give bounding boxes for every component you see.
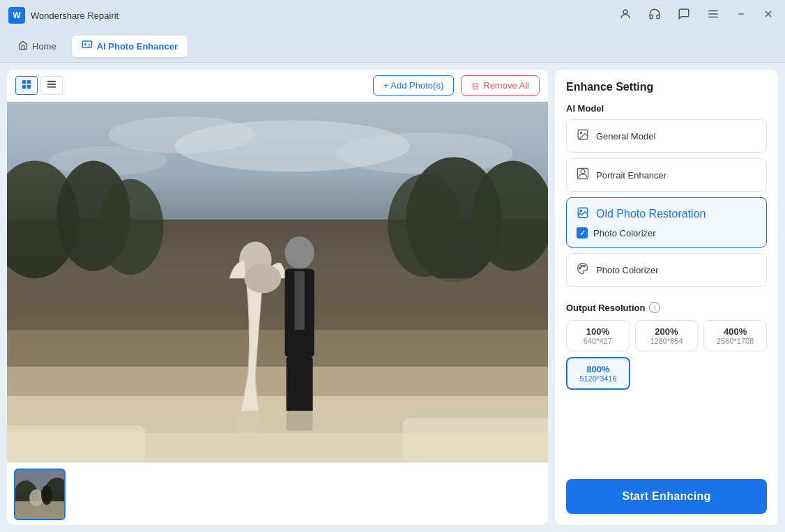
tab-home[interactable]: Home [8, 36, 66, 56]
tab-ai-enhancer-label: AI Photo Enhancer [97, 41, 178, 52]
output-resolution-label: Output Resolution [566, 303, 645, 313]
close-button[interactable] [760, 7, 777, 24]
svg-rect-15 [47, 86, 56, 88]
navbar: Home AI Photo Enhancer [0, 31, 785, 63]
svg-point-27 [388, 174, 462, 277]
titlebar-left: W Wondershare Repairit [8, 7, 119, 24]
remove-all-button[interactable]: Remove All [461, 75, 540, 96]
svg-point-0 [623, 10, 627, 14]
general-model-icon [577, 128, 589, 144]
toolbar-actions: + Add Photo(s) Remove All [373, 75, 540, 96]
photo-colorizer-button[interactable]: Photo Colorizer [566, 253, 767, 287]
photo-colorizer-checkbox-row[interactable]: Photo Colorizer [567, 222, 766, 247]
svg-rect-40 [7, 425, 145, 462]
tab-home-label: Home [32, 41, 56, 52]
svg-rect-7 [82, 41, 91, 47]
general-model-button[interactable]: General Model [566, 119, 767, 153]
svg-point-47 [29, 489, 43, 506]
ai-icon [82, 40, 93, 53]
start-enhancing-button[interactable]: Start Enhancing [566, 479, 767, 514]
titlebar: W Wondershare Repairit [0, 0, 785, 31]
thumbnail-strip [7, 462, 548, 525]
svg-rect-9 [22, 80, 26, 84]
svg-point-55 [579, 268, 581, 269]
colorizer-icon [577, 262, 589, 278]
grid-view-button[interactable] [15, 76, 38, 95]
general-model-label: General Model [596, 131, 655, 142]
svg-point-33 [245, 264, 282, 293]
resolution-grid: 100% 640*427 200% 1280*854 400% 2560*170… [566, 320, 767, 351]
panel-title: Enhance Setting [566, 81, 767, 93]
old-photo-icon [577, 206, 589, 222]
photo-colorizer-label: Photo Colorizer [596, 265, 659, 275]
view-buttons [15, 76, 63, 95]
photo-display [7, 102, 548, 462]
app-icon: W [8, 7, 25, 24]
old-photo-restoration-button[interactable]: Old Photo Restoration Photo Colorizer [566, 197, 767, 248]
svg-point-26 [98, 179, 164, 275]
toolbar: + Add Photo(s) Remove All [7, 70, 548, 102]
list-view-button[interactable] [40, 76, 63, 95]
portrait-enhancer-label: Portrait Enhancer [596, 170, 666, 181]
svg-rect-13 [47, 81, 56, 82]
svg-point-48 [41, 485, 52, 505]
add-photos-button[interactable]: + Add Photo(s) [373, 75, 454, 96]
photo-colorizer-checkbox[interactable] [577, 227, 588, 238]
tab-ai-photo-enhancer[interactable]: AI Photo Enhancer [72, 36, 188, 57]
resolution-200-button[interactable]: 200% 1280*854 [635, 320, 699, 351]
thumbnail-1[interactable] [14, 469, 66, 520]
svg-rect-37 [294, 271, 305, 330]
svg-point-57 [584, 266, 585, 267]
home-icon [18, 40, 28, 52]
ai-model-label: AI Model [566, 103, 767, 114]
svg-rect-11 [22, 85, 26, 89]
portrait-icon [577, 167, 589, 183]
old-photo-label: Old Photo Restoration [596, 208, 706, 220]
svg-point-8 [84, 43, 86, 45]
menu-icon[interactable] [704, 6, 722, 24]
info-icon[interactable]: i [649, 302, 660, 313]
bw-photo [7, 102, 548, 462]
left-panel: + Add Photo(s) Remove All [7, 70, 548, 525]
photo-colorizer-checkbox-label: Photo Colorizer [593, 228, 656, 238]
user-icon[interactable] [616, 6, 634, 24]
minimize-button[interactable] [733, 8, 749, 23]
output-resolution-section: Output Resolution i 100% 640*427 200% 12… [566, 302, 767, 390]
resolution-100-button[interactable]: 100% 640*427 [566, 320, 630, 351]
right-panel: Enhance Setting AI Model General Model [555, 70, 778, 525]
svg-rect-41 [402, 418, 548, 462]
svg-point-51 [581, 169, 585, 174]
svg-rect-10 [27, 80, 31, 84]
app-title: Wondershare Repairit [31, 10, 119, 21]
portrait-enhancer-button[interactable]: Portrait Enhancer [566, 158, 767, 192]
svg-point-50 [580, 132, 581, 133]
svg-rect-14 [47, 84, 56, 85]
svg-point-56 [581, 266, 582, 267]
svg-point-19 [336, 132, 512, 174]
resolution-400-button[interactable]: 400% 2560*1708 [703, 320, 767, 351]
svg-rect-12 [27, 85, 31, 89]
titlebar-controls [616, 6, 777, 24]
chat-icon[interactable] [675, 6, 693, 24]
resolution-800-button[interactable]: 800% 5120*3416 [566, 357, 630, 390]
main-content: + Add Photo(s) Remove All [0, 63, 785, 532]
svg-point-34 [285, 236, 314, 268]
svg-point-54 [580, 210, 581, 211]
headphone-icon[interactable] [646, 6, 664, 24]
ai-model-section: AI Model General Model [566, 103, 767, 292]
